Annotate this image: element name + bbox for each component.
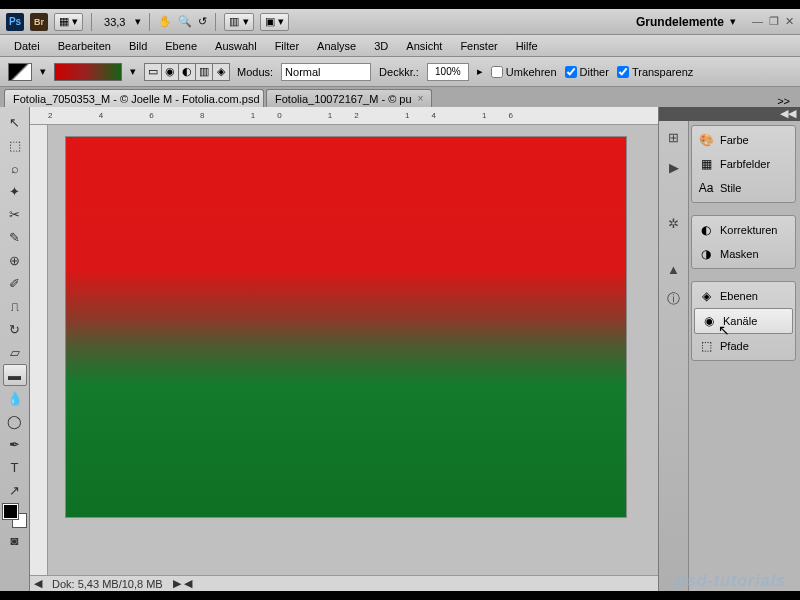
panel-farbfelder[interactable]: ▦Farbfelder <box>692 152 795 176</box>
minimize-button[interactable]: — <box>752 15 763 28</box>
close-button[interactable]: ✕ <box>785 15 794 28</box>
canvas-viewport[interactable] <box>48 125 658 575</box>
pfade-icon: ⬚ <box>698 338 714 354</box>
menu-auswahl[interactable]: Auswahl <box>207 38 265 54</box>
type-tool[interactable]: T <box>3 456 27 478</box>
rotate-icon[interactable]: ↺ <box>198 15 207 28</box>
menu-ansicht[interactable]: Ansicht <box>398 38 450 54</box>
mode-select[interactable] <box>281 63 371 81</box>
menu-3d[interactable]: 3D <box>366 38 396 54</box>
tool-preset[interactable] <box>8 63 32 81</box>
toolbox: ↖ ⬚ ⌕ ✦ ✂ ✎ ⊕ ✐ ⎍ ↻ ▱ ▬ 💧 ◯ ✒ T ↗ ◙ <box>0 107 30 591</box>
gradient-tool[interactable]: ▬ <box>3 364 27 386</box>
panel-stile[interactable]: AaStile <box>692 176 795 200</box>
collapse-panels-icon[interactable]: ◀◀ <box>780 107 796 121</box>
panel-ebenen[interactable]: ◈Ebenen <box>692 284 795 308</box>
reverse-checkbox[interactable] <box>491 66 503 78</box>
histogram-icon[interactable]: ▲ <box>664 259 684 279</box>
ebenen-icon: ◈ <box>698 288 714 304</box>
blur-tool[interactable]: 💧 <box>3 387 27 409</box>
options-bar: ▾ ▾ ▭ ◉ ◐ ▥ ◈ Modus: Deckkr.: ▸ Umkehren… <box>0 57 800 87</box>
document-tab[interactable]: Fotolia_7050353_M - © Joelle M - Fotolia… <box>4 89 264 107</box>
panel-korrekturen[interactable]: ◐Korrekturen <box>692 218 795 242</box>
zoom-level[interactable]: 33,3 <box>100 16 129 28</box>
tab-overflow[interactable]: >> <box>771 95 796 107</box>
brush-tool[interactable]: ✐ <box>3 272 27 294</box>
dodge-tool[interactable]: ◯ <box>3 410 27 432</box>
move-tool[interactable]: ↖ <box>3 111 27 133</box>
photoshop-logo: Ps <box>6 13 24 31</box>
nav-icon[interactable]: ⊞ <box>664 127 684 147</box>
maximize-button[interactable]: ❐ <box>769 15 779 28</box>
gradient-type-buttons[interactable]: ▭ ◉ ◐ ▥ ◈ <box>144 63 229 81</box>
korrekturen-icon: ◐ <box>698 222 714 238</box>
angle-gradient-icon[interactable]: ◐ <box>178 63 196 81</box>
linear-gradient-icon[interactable]: ▭ <box>144 63 162 81</box>
pen-tool[interactable]: ✒ <box>3 433 27 455</box>
vertical-ruler <box>30 125 48 575</box>
title-bar: Ps Br ▦ ▾ 33,3▾ ✋ 🔍 ↺ ▥ ▾ ▣ ▾ Grundeleme… <box>0 9 800 35</box>
opacity-label: Deckkr.: <box>379 66 419 78</box>
doc-size: Dok: 5,43 MB/10,8 MB <box>52 578 163 590</box>
kanäle-icon: ◉ <box>701 313 717 329</box>
menu-hilfe[interactable]: Hilfe <box>508 38 546 54</box>
document-tab[interactable]: Fotolia_10072167_M - © pu× <box>266 89 432 107</box>
stile-icon: Aa <box>698 180 714 196</box>
menu-ebene[interactable]: Ebene <box>157 38 205 54</box>
workspace-switcher[interactable]: Grundelemente <box>636 15 724 29</box>
diamond-gradient-icon[interactable]: ◈ <box>212 63 230 81</box>
arrange-dropdown[interactable]: ▥ ▾ <box>224 13 253 31</box>
path-tool[interactable]: ↗ <box>3 479 27 501</box>
status-bar: ◀ Dok: 5,43 MB/10,8 MB ▶ ◀ <box>30 575 658 591</box>
menu-datei[interactable]: Datei <box>6 38 48 54</box>
menu-fenster[interactable]: Fenster <box>452 38 505 54</box>
crop-tool[interactable]: ✂ <box>3 203 27 225</box>
farbfelder-icon: ▦ <box>698 156 714 172</box>
menu-analyse[interactable]: Analyse <box>309 38 364 54</box>
mode-label: Modus: <box>237 66 273 78</box>
history-brush-tool[interactable]: ↻ <box>3 318 27 340</box>
panel-pfade[interactable]: ⬚Pfade <box>692 334 795 358</box>
panel-dock: ◀◀ ⊞ ▶ ✲ ▲ ⓘ 🎨Farbe▦FarbfelderAaStile◐Ko… <box>658 107 800 591</box>
radial-gradient-icon[interactable]: ◉ <box>161 63 179 81</box>
bridge-logo[interactable]: Br <box>30 13 48 31</box>
heal-tool[interactable]: ⊕ <box>3 249 27 271</box>
marquee-tool[interactable]: ⬚ <box>3 134 27 156</box>
opacity-input[interactable] <box>427 63 469 81</box>
transparency-checkbox[interactable] <box>617 66 629 78</box>
reflected-gradient-icon[interactable]: ▥ <box>195 63 213 81</box>
lasso-tool[interactable]: ⌕ <box>3 157 27 179</box>
gradient-preview[interactable] <box>54 63 122 81</box>
wand-tool[interactable]: ✦ <box>3 180 27 202</box>
panel-kanäle[interactable]: ◉Kanäle <box>694 308 793 334</box>
char-icon[interactable]: ✲ <box>664 213 684 233</box>
layout-dropdown[interactable]: ▦ ▾ <box>54 13 83 31</box>
quickmask-tool[interactable]: ◙ <box>3 529 27 551</box>
menu-filter[interactable]: Filter <box>267 38 307 54</box>
zoom-icon[interactable]: 🔍 <box>178 15 192 28</box>
eraser-tool[interactable]: ▱ <box>3 341 27 363</box>
eyedropper-tool[interactable]: ✎ <box>3 226 27 248</box>
close-tab-icon[interactable]: × <box>418 93 424 104</box>
hand-icon[interactable]: ✋ <box>158 15 172 28</box>
menu-bild[interactable]: Bild <box>121 38 155 54</box>
document-canvas[interactable] <box>66 137 626 517</box>
farbe-icon: 🎨 <box>698 132 714 148</box>
color-swatches[interactable] <box>3 504 27 528</box>
history-icon[interactable]: ▶ <box>664 157 684 177</box>
stamp-tool[interactable]: ⎍ <box>3 295 27 317</box>
document-tab-bar: Fotolia_7050353_M - © Joelle M - Fotolia… <box>0 87 800 107</box>
screen-dropdown[interactable]: ▣ ▾ <box>260 13 289 31</box>
horizontal-ruler: 2 4 6 8 10 12 14 16 <box>30 107 658 125</box>
panel-farbe[interactable]: 🎨Farbe <box>692 128 795 152</box>
dither-checkbox[interactable] <box>565 66 577 78</box>
masken-icon: ◑ <box>698 246 714 262</box>
watermark: psd-tutorials <box>676 572 786 590</box>
panel-masken[interactable]: ◑Masken <box>692 242 795 266</box>
menu-bar: DateiBearbeitenBildEbeneAuswahlFilterAna… <box>0 35 800 57</box>
info-icon[interactable]: ⓘ <box>664 289 684 309</box>
menu-bearbeiten[interactable]: Bearbeiten <box>50 38 119 54</box>
